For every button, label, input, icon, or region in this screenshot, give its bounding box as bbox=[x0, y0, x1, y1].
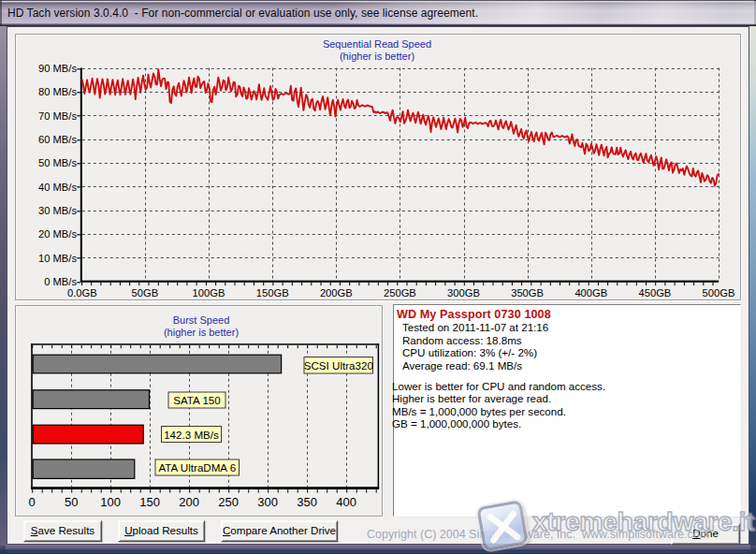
svg-text:ATA UltraDMA 6: ATA UltraDMA 6 bbox=[158, 461, 236, 474]
svg-text:SCSI Ultra320: SCSI Ultra320 bbox=[304, 359, 373, 372]
svg-text:10 MB/s: 10 MB/s bbox=[38, 253, 77, 264]
svg-text:SATA 150: SATA 150 bbox=[173, 394, 220, 406]
svg-text:100: 100 bbox=[100, 495, 121, 509]
svg-text:350: 350 bbox=[297, 495, 317, 509]
svg-text:250GB: 250GB bbox=[384, 287, 416, 299]
svg-text:0: 0 bbox=[29, 495, 36, 509]
svg-text:142.3 MB/s: 142.3 MB/s bbox=[164, 429, 219, 441]
svg-text:0 MB/s: 0 MB/s bbox=[44, 276, 77, 287]
svg-text:450GB: 450GB bbox=[638, 287, 671, 299]
svg-text:50: 50 bbox=[65, 495, 78, 509]
svg-text:70 MB/s: 70 MB/s bbox=[38, 110, 77, 122]
svg-text:0.0GB: 0.0GB bbox=[67, 287, 97, 299]
svg-text:500GB: 500GB bbox=[703, 287, 735, 299]
svg-text:200GB: 200GB bbox=[320, 287, 353, 299]
svg-text:50GB: 50GB bbox=[132, 287, 159, 299]
svg-text:60 MB/s: 60 MB/s bbox=[38, 134, 77, 145]
svg-text:100GB: 100GB bbox=[193, 287, 225, 299]
svg-text:50 MB/s: 50 MB/s bbox=[38, 157, 77, 168]
svg-text:20 MB/s: 20 MB/s bbox=[38, 228, 77, 240]
svg-text:40 MB/s: 40 MB/s bbox=[38, 182, 77, 193]
svg-text:350GB: 350GB bbox=[511, 287, 544, 299]
svg-text:300: 300 bbox=[257, 495, 278, 509]
svg-text:90 MB/s: 90 MB/s bbox=[38, 63, 77, 74]
svg-text:400: 400 bbox=[336, 495, 356, 509]
svg-text:300GB: 300GB bbox=[447, 287, 480, 299]
svg-text:150GB: 150GB bbox=[256, 287, 289, 299]
svg-text:400GB: 400GB bbox=[574, 287, 607, 299]
svg-text:80 MB/s: 80 MB/s bbox=[38, 86, 77, 97]
svg-text:30 MB/s: 30 MB/s bbox=[38, 205, 77, 216]
svg-text:250: 250 bbox=[218, 495, 239, 509]
svg-text:200: 200 bbox=[179, 495, 199, 509]
svg-text:150: 150 bbox=[139, 495, 160, 509]
